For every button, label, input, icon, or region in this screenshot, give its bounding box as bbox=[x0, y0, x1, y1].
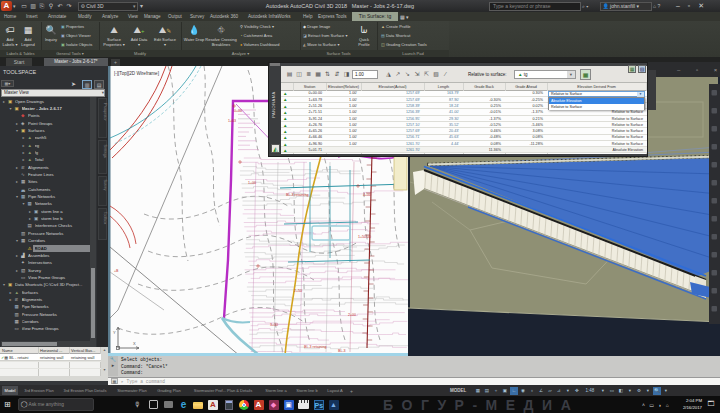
svg-text:X: X bbox=[133, 341, 136, 346]
svg-text:1+50.00: 1+50.00 bbox=[358, 235, 371, 239]
svg-text:– ▫ ×: – ▫ × bbox=[677, 67, 720, 73]
svg-text:1+00: 1+00 bbox=[248, 181, 256, 185]
svg-text:2+00: 2+00 bbox=[348, 313, 356, 317]
svg-text:BL-3: BL-3 bbox=[338, 349, 346, 353]
svg-text:BL-3 retaining: BL-3 retaining bbox=[304, 345, 326, 349]
svg-text:[-][Top][2D Wireframe]: [-][Top][2D Wireframe] bbox=[114, 71, 159, 76]
svg-text:4+00: 4+00 bbox=[363, 193, 371, 197]
svg-text:0+00: 0+00 bbox=[234, 109, 242, 113]
svg-text:+B: +B bbox=[114, 269, 119, 273]
svg-text:2+50: 2+50 bbox=[294, 289, 302, 293]
svg-text:1+63: 1+63 bbox=[228, 119, 236, 123]
svg-text:BL-3 retaining: BL-3 retaining bbox=[286, 193, 308, 197]
svg-text:Y: Y bbox=[113, 330, 116, 335]
svg-text:3+00: 3+00 bbox=[270, 323, 278, 327]
